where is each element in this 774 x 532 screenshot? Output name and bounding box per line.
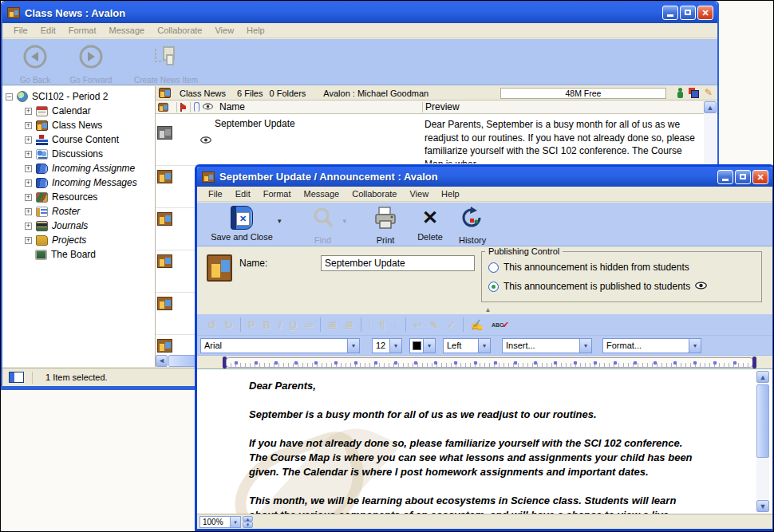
spin-down-icon[interactable]: ▼: [243, 522, 253, 528]
flag-column-icon[interactable]: [180, 103, 187, 112]
tree-item-resources[interactable]: + Resources: [2, 190, 155, 204]
ruler[interactable]: [226, 357, 753, 368]
chevron-down-icon[interactable]: ▾: [389, 339, 401, 353]
go-back-button[interactable]: Go Back: [10, 44, 60, 85]
expand-box-icon[interactable]: +: [25, 108, 32, 115]
permissions-icon[interactable]: [689, 88, 699, 98]
news-item-icon[interactable]: [157, 170, 172, 183]
minimize-button[interactable]: [717, 170, 733, 184]
save-options-caret-icon[interactable]: ▾: [278, 217, 282, 225]
print-button[interactable]: Print: [365, 206, 405, 245]
save-and-close-button[interactable]: Save and Close: [208, 206, 275, 242]
menu-collaborate[interactable]: Collaborate: [346, 187, 403, 200]
expand-box-icon[interactable]: +: [25, 151, 32, 158]
body-text[interactable]: Dear Parents, September is a busy month …: [249, 379, 701, 514]
name-input[interactable]: [321, 255, 475, 271]
spell-check-icon[interactable]: ABC ✔: [488, 320, 513, 330]
expand-box-icon[interactable]: +: [25, 136, 32, 144]
back-titlebar[interactable]: Class News : Avalon ✕: [2, 2, 717, 23]
pencil-icon[interactable]: ✎: [705, 88, 713, 98]
zoom-level-select[interactable]: 100% ▾: [199, 516, 241, 528]
radio-button-selected-icon[interactable]: [488, 282, 499, 292]
scrollbar-thumb[interactable]: [756, 384, 769, 458]
front-titlebar[interactable]: September Update / Announcement : Avalon…: [197, 167, 772, 187]
online-user-icon[interactable]: [677, 88, 683, 98]
tree-item-incoming-assignments[interactable]: + Incoming Assignme: [2, 161, 155, 175]
tree-item-calendar[interactable]: + Calendar: [2, 104, 155, 118]
expand-box-icon[interactable]: +: [25, 223, 32, 230]
tree-item-class-news[interactable]: + Class News: [2, 118, 155, 132]
close-button[interactable]: ✕: [752, 170, 768, 184]
body-vertical-scrollbar[interactable]: ▲ ▼: [756, 371, 769, 512]
menu-help[interactable]: Help: [240, 24, 271, 37]
column-preview[interactable]: Preview: [425, 101, 460, 112]
expand-box-icon[interactable]: +: [25, 194, 32, 201]
menu-view[interactable]: View: [208, 24, 240, 37]
news-item-icon[interactable]: [157, 254, 172, 268]
history-button[interactable]: History: [452, 206, 493, 245]
menu-format[interactable]: Format: [257, 187, 298, 200]
insert-select[interactable]: Insert... ▾: [502, 338, 592, 353]
scroll-left-button[interactable]: ◄: [156, 355, 168, 367]
list-item-name[interactable]: September Update: [215, 118, 295, 129]
expand-box-icon[interactable]: +: [25, 237, 32, 244]
alignment-select[interactable]: Left ▾: [443, 338, 491, 353]
collapse-box-icon[interactable]: –: [6, 93, 13, 100]
chevron-down-icon[interactable]: ▾: [423, 339, 435, 353]
status-window-icon[interactable]: [9, 372, 24, 383]
maximize-button[interactable]: [735, 170, 751, 184]
scroll-down-button[interactable]: ▼: [756, 500, 769, 512]
expand-box-icon[interactable]: +: [25, 165, 32, 172]
list-item-preview[interactable]: Dear Parents, September is a busy month …: [425, 118, 700, 164]
expand-box-icon[interactable]: +: [25, 179, 32, 187]
menu-collaborate[interactable]: Collaborate: [151, 24, 208, 37]
scroll-up-button[interactable]: ▲: [704, 101, 717, 113]
tree-item-incoming-messages[interactable]: + Incoming Messages: [2, 175, 155, 190]
zoom-spinner[interactable]: ▲ ▼: [243, 516, 253, 528]
column-name[interactable]: Name: [219, 101, 245, 112]
close-button[interactable]: ✕: [697, 6, 713, 20]
menu-help[interactable]: Help: [435, 187, 466, 200]
chevron-down-icon[interactable]: ▾: [478, 339, 490, 353]
expand-box-icon[interactable]: +: [25, 208, 32, 215]
font-family-select[interactable]: Arial ▾: [200, 338, 360, 353]
menu-message[interactable]: Message: [103, 24, 152, 37]
item-type-column-icon[interactable]: [158, 102, 168, 111]
radio-published-option[interactable]: This announcement is published to studen…: [488, 281, 707, 292]
menu-message[interactable]: Message: [298, 187, 346, 200]
ruler-right-margin-marker[interactable]: [752, 357, 756, 368]
scroll-up-button[interactable]: ▲: [756, 371, 769, 383]
create-news-item-button[interactable]: Create News Item: [122, 44, 210, 85]
menu-edit[interactable]: Edit: [229, 187, 257, 200]
menu-view[interactable]: View: [403, 187, 435, 200]
maximize-button[interactable]: [680, 6, 696, 20]
radio-button-icon[interactable]: [488, 262, 499, 273]
tree-root-sci102[interactable]: – SCI102 - Period 2: [2, 89, 155, 104]
delete-button[interactable]: ✕ Delete: [412, 206, 448, 242]
news-item-icon[interactable]: [157, 297, 172, 310]
menu-edit[interactable]: Edit: [34, 24, 62, 37]
tree-item-course-content[interactable]: + Course Content: [2, 132, 155, 147]
radio-hidden-option[interactable]: This announcement is hidden from student…: [488, 262, 689, 273]
font-size-select[interactable]: 12 ▾: [372, 338, 402, 353]
tree-item-roster[interactable]: + Roster: [2, 204, 155, 219]
tree-item-discussions[interactable]: + Discussions: [2, 147, 155, 161]
eye-column-icon[interactable]: [203, 102, 213, 112]
message-body[interactable]: Dear Parents, September is a busy month …: [197, 368, 772, 514]
chevron-down-icon[interactable]: ▾: [689, 339, 701, 353]
menu-file[interactable]: File: [7, 24, 34, 37]
spin-up-icon[interactable]: ▲: [243, 516, 253, 522]
format-select[interactable]: Format... ▾: [602, 338, 701, 353]
menu-format[interactable]: Format: [62, 24, 103, 37]
tree-item-projects[interactable]: + Projects: [2, 233, 155, 247]
tree-item-the-board[interactable]: The Board: [2, 247, 155, 262]
tree-item-journals[interactable]: + Journals: [2, 219, 155, 233]
news-item-icon[interactable]: [157, 212, 172, 226]
news-item-icon[interactable]: [157, 339, 172, 353]
chevron-down-icon[interactable]: ▾: [579, 339, 591, 353]
attachment-column-icon[interactable]: [194, 102, 199, 112]
go-forward-button[interactable]: Go Forward: [63, 44, 119, 85]
minimize-button[interactable]: [662, 6, 678, 20]
chevron-down-icon[interactable]: ▾: [230, 517, 240, 527]
font-color-select[interactable]: ▾: [409, 338, 436, 353]
